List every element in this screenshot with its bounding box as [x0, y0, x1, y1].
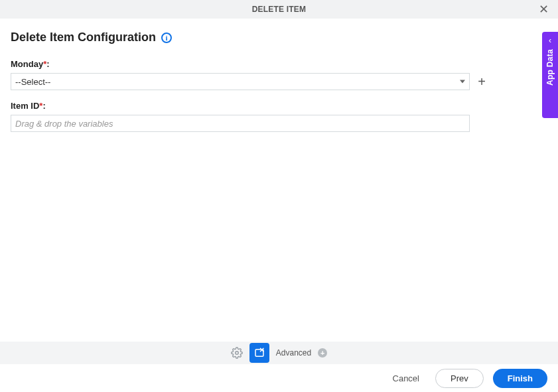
monday-select[interactable]: --Select-- — [11, 73, 470, 90]
field-monday: Monday*: --Select-- + — [11, 59, 547, 90]
page-title-row: Delete Item Configuration i — [11, 31, 547, 44]
modal-header: DELETE ITEM ✕ — [0, 0, 558, 19]
svg-point-0 — [236, 352, 239, 355]
label-colon: : — [42, 101, 45, 111]
bottom-toolbar: Advanced + — [0, 342, 558, 364]
footer-buttons: Cancel Prev Finish — [0, 364, 558, 392]
info-icon[interactable]: i — [161, 33, 172, 43]
monday-label: Monday*: — [11, 59, 547, 69]
monday-label-text: Monday — [11, 59, 43, 69]
field-item-id: Item ID*: — [11, 101, 547, 132]
gear-icon[interactable] — [231, 347, 243, 359]
prev-button[interactable]: Prev — [435, 369, 484, 388]
window-close-icon[interactable] — [249, 343, 269, 363]
label-colon: : — [46, 59, 49, 69]
chevron-down-icon — [460, 80, 465, 84]
modal-body: Delete Item Configuration i Monday*: --S… — [0, 19, 558, 132]
item-id-input[interactable] — [11, 115, 470, 132]
cancel-button[interactable]: Cancel — [386, 369, 426, 387]
finish-button[interactable]: Finish — [493, 369, 547, 388]
monday-select-row: --Select-- + — [11, 73, 547, 90]
item-id-label: Item ID*: — [11, 101, 547, 111]
page-title: Delete Item Configuration — [11, 31, 156, 44]
advanced-add-icon[interactable]: + — [318, 348, 327, 358]
app-data-tab[interactable]: ‹ App Data — [542, 32, 558, 118]
item-id-label-text: Item ID — [11, 101, 39, 111]
add-icon[interactable]: + — [475, 75, 488, 88]
app-data-tab-label: App Data — [545, 49, 555, 86]
chevron-left-icon: ‹ — [549, 36, 551, 45]
close-icon[interactable]: ✕ — [535, 2, 553, 17]
advanced-label: Advanced — [276, 348, 311, 358]
modal-title: DELETE ITEM — [252, 5, 307, 14]
monday-select-value: --Select-- — [15, 77, 50, 87]
